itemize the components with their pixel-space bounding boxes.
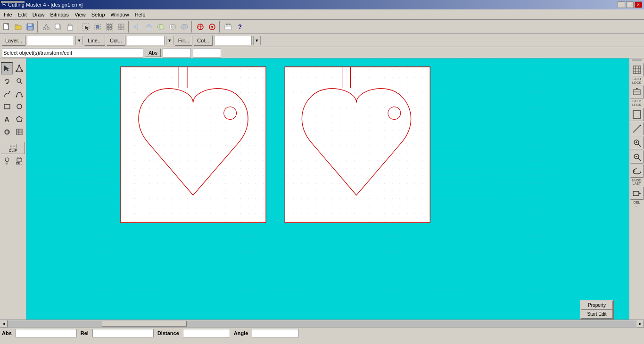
svg-rect-79	[121, 67, 266, 222]
paste-btn[interactable]	[64, 21, 75, 33]
svg-rect-85	[633, 66, 641, 74]
property-btn[interactable]: Property	[581, 301, 613, 310]
ellipse-tool-btn[interactable]	[13, 100, 25, 113]
line-dropdown-arrow[interactable]: ▼	[166, 36, 173, 45]
select-tool-btn[interactable]	[1, 62, 13, 74]
svg-rect-12	[55, 24, 59, 29]
rect-tool-btn[interactable]	[1, 100, 13, 113]
svg-rect-46	[226, 24, 228, 25]
close-btn[interactable]: ✕	[635, 1, 642, 8]
fill-dropdown-arrow[interactable]: ▼	[253, 36, 261, 45]
svg-marker-30	[138, 25, 140, 28]
help-btn[interactable]: ?	[234, 21, 246, 33]
undo-last-btn[interactable]	[630, 164, 644, 178]
mirror-btn[interactable]	[132, 21, 143, 33]
menu-view[interactable]: View	[72, 11, 89, 18]
zoom-in-right-btn[interactable]	[630, 136, 644, 149]
save-btn[interactable]	[25, 21, 36, 33]
ungroup-btn[interactable]	[116, 21, 127, 33]
abs-btn[interactable]: Abs	[145, 49, 161, 57]
zoom-out-right-btn[interactable]	[630, 150, 644, 164]
layer-btn[interactable]: Layer...	[2, 35, 25, 46]
fill-input[interactable]	[214, 36, 252, 45]
main-layout: A CLIP in	[0, 58, 644, 319]
distance-label-bottom: Distance	[157, 330, 179, 336]
svg-point-58	[21, 96, 23, 98]
svg-rect-5	[28, 24, 32, 26]
svg-rect-73	[17, 158, 22, 162]
svg-point-7	[43, 27, 46, 30]
maximize-btn[interactable]: □	[626, 1, 634, 8]
step-lock-btn[interactable]	[630, 85, 644, 98]
tool-row-2	[1, 75, 25, 87]
select-btn[interactable]	[80, 21, 91, 33]
scroll-right-btn[interactable]: ►	[636, 320, 644, 328]
rel-value-input[interactable]	[92, 329, 154, 337]
coord-x-input[interactable]	[163, 48, 191, 57]
grid-lock-btn[interactable]	[630, 63, 644, 76]
menu-window[interactable]: Window	[108, 11, 132, 18]
svg-rect-104	[633, 191, 639, 196]
menu-draw[interactable]: Draw	[30, 11, 48, 18]
node-tool-btn[interactable]	[13, 62, 25, 74]
start-edit-btn[interactable]: Start Edit	[581, 310, 613, 319]
fill-btn[interactable]: Fill...	[175, 35, 192, 46]
rotate-tool-btn[interactable]	[1, 75, 13, 87]
bezier-tool-btn[interactable]	[13, 88, 25, 100]
send-to-cutter[interactable]	[223, 21, 234, 33]
transform-btn[interactable]	[92, 21, 103, 33]
del-tool-btn[interactable]: DEL	[13, 155, 25, 167]
intersect-btn[interactable]	[179, 21, 190, 33]
svg-point-44	[211, 26, 213, 28]
trim-btn[interactable]	[167, 21, 178, 33]
svg-rect-80	[285, 67, 430, 222]
spiral-tool-btn[interactable]	[1, 126, 13, 138]
scroll-thumb-h[interactable]	[102, 321, 187, 327]
mark2-btn[interactable]	[206, 21, 218, 33]
minimize-btn[interactable]: ─	[618, 1, 625, 8]
line-btn[interactable]: Line...	[84, 35, 105, 46]
distance-value-input[interactable]	[183, 329, 230, 337]
flip-btn[interactable]	[143, 21, 155, 33]
del-last-btn[interactable]	[630, 187, 644, 200]
text-tool-btn[interactable]: A	[1, 113, 13, 125]
tool-row-3	[1, 88, 25, 100]
zoom-tool-btn[interactable]	[13, 75, 25, 87]
polygon-tool-btn[interactable]	[13, 113, 25, 125]
step-lock-label: STEPLOCK	[632, 99, 641, 106]
angle-value-input[interactable]	[252, 329, 299, 337]
menu-edit[interactable]: Edit	[15, 11, 30, 18]
new-btn[interactable]	[1, 21, 12, 33]
angle-snap-btn[interactable]	[630, 122, 644, 135]
open-btn[interactable]	[13, 21, 24, 33]
abs-value-input[interactable]	[16, 329, 77, 337]
weld-btn[interactable]	[155, 21, 166, 33]
measure-tool-btn[interactable]: in	[1, 155, 13, 167]
mark-btn[interactable]	[195, 21, 206, 33]
freehand-tool-btn[interactable]	[1, 88, 13, 100]
menu-file[interactable]: File	[1, 11, 15, 18]
menu-help[interactable]: Help	[132, 11, 149, 18]
layer-dropdown-arrow[interactable]: ▼	[75, 36, 83, 45]
group-btn[interactable]	[104, 21, 115, 33]
abs-label-bottom: Abs	[2, 330, 12, 336]
svg-point-55	[17, 79, 21, 82]
copy-btn[interactable]	[52, 21, 64, 33]
menu-bitmaps[interactable]: Bitmaps	[47, 11, 72, 18]
scroll-track-h[interactable]	[8, 320, 636, 327]
col-btn2[interactable]: Col...	[194, 35, 213, 46]
snap-btn[interactable]	[630, 108, 644, 121]
cut-btn[interactable]	[41, 21, 52, 33]
coord-y-input[interactable]	[193, 48, 221, 57]
svg-rect-47	[229, 24, 231, 25]
svg-marker-61	[17, 116, 22, 122]
layer-dropdown[interactable]	[27, 36, 74, 45]
col-btn1[interactable]: Col...	[107, 35, 125, 46]
line-input[interactable]	[127, 36, 165, 45]
undo-last-label: UNDOLAST	[632, 179, 642, 186]
table-tool-btn[interactable]	[13, 126, 25, 138]
scroll-left-btn[interactable]: ◄	[0, 320, 8, 328]
menu-setup[interactable]: Setup	[89, 11, 108, 18]
del-label: DEL	[16, 162, 23, 165]
clip-tool-btn[interactable]: CLIP	[1, 142, 25, 154]
